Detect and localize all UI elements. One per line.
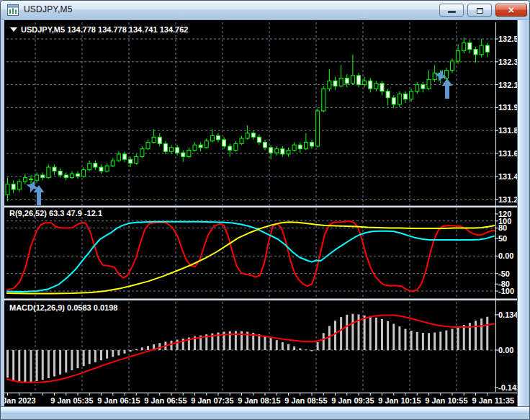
price-tick-label: 131.625 <box>498 149 517 158</box>
macd-panel <box>6 314 495 383</box>
candle-bear <box>421 85 425 89</box>
time-axis[interactable]: 9 Jan 20239 Jan 05:359 Jan 06:159 Jan 06… <box>4 393 514 405</box>
time-tick-label: 9 Jan 07:35 <box>191 396 233 405</box>
price-tick-label: 131.450 <box>498 172 517 181</box>
price-tick-label: 132.500 <box>498 35 517 43</box>
candle-bull <box>234 143 238 150</box>
time-tick-label: 9 Jan 11:35 <box>472 396 515 405</box>
candle-bull <box>17 182 21 189</box>
price-tick-label: 131.275 <box>498 195 517 204</box>
candle-bull <box>187 150 191 156</box>
oscillator-indicator-label: R(9,26,52) 63.3 47.9 -12.1 <box>9 209 102 218</box>
candle-bear <box>369 81 372 89</box>
osc-tick-label: -100 <box>498 287 514 295</box>
buy-arrow-markers <box>24 68 453 205</box>
candle-bull <box>275 149 279 153</box>
price-tick-label: 131.800 <box>498 126 517 135</box>
osc-tick-label: -50 <box>498 269 510 278</box>
candle-bear <box>333 81 337 86</box>
candle-bull <box>30 179 33 179</box>
candle-bull <box>246 133 249 138</box>
candle-bull <box>111 161 114 166</box>
candle-bear <box>223 140 226 146</box>
candle-bull <box>117 154 120 161</box>
candle-bull <box>152 137 156 142</box>
candle-bull <box>105 166 109 171</box>
candle-bull <box>82 170 86 177</box>
price-tick-label: 131.975 <box>498 103 517 112</box>
candle-bear <box>380 84 384 91</box>
candle-bull <box>410 91 413 99</box>
candle-bull <box>6 184 9 195</box>
candle-bear <box>199 145 202 148</box>
restore-button[interactable] <box>467 4 492 17</box>
symbol-dropdown-icon[interactable] <box>10 27 17 32</box>
candle-bull <box>193 145 197 150</box>
candle-bear <box>53 167 56 171</box>
price-tick-label: 132.150 <box>498 81 517 89</box>
candle-bull <box>351 76 354 84</box>
candle-bear <box>404 94 408 99</box>
candle-bull <box>316 111 320 146</box>
minimize-button[interactable] <box>439 4 464 17</box>
candle-bear <box>474 50 477 55</box>
time-tick-label: 9 Jan 10:15 <box>378 396 421 405</box>
restore-icon <box>477 8 483 14</box>
price-tick-label: 132.325 <box>498 58 517 66</box>
candle-bear <box>181 153 185 156</box>
chart-window-icon <box>7 4 19 16</box>
candle-bear <box>386 91 390 98</box>
close-button[interactable]: × <box>495 4 527 17</box>
osc-tick-label: 0.00 <box>498 251 513 260</box>
candle-bull <box>135 157 138 164</box>
candle-bull <box>451 61 454 71</box>
macd-tick-label: 0.1348 <box>498 310 517 319</box>
chart-area[interactable]: 132.500132.325132.150131.975131.800131.6… <box>4 20 517 406</box>
window-frame-right <box>517 20 530 420</box>
macd-tick-label: 0.00 <box>498 346 513 354</box>
time-tick-label: 9 Jan 06:15 <box>97 396 140 405</box>
time-tick-label: 9 Jan 06:55 <box>144 396 187 405</box>
window-frame-bottom <box>1 406 530 420</box>
candle-bear <box>298 145 302 148</box>
candle-bull <box>398 94 401 104</box>
candle-bear <box>158 137 161 143</box>
oscillator-scale-axis[interactable]: 12010080500.00-50-80-100 <box>495 210 514 295</box>
candle-bull <box>35 175 39 180</box>
minimize-icon <box>448 11 456 13</box>
window-titlebar[interactable]: USDJPY,M5 × <box>1 1 529 20</box>
candle-bear <box>269 148 273 153</box>
candle-bull <box>462 43 466 50</box>
candle-bull <box>210 135 214 140</box>
macd-signal-line <box>6 316 495 383</box>
buy-up-arrow-icon <box>442 79 453 99</box>
time-tick-label: 9 Jan 09:35 <box>331 396 374 405</box>
time-tick-label: 9 Jan 10:55 <box>425 396 467 405</box>
candle-bull <box>88 164 91 170</box>
window-controls: × <box>439 4 527 17</box>
panel-separator <box>4 299 517 301</box>
candle-bull <box>374 84 378 89</box>
candle-bear <box>485 45 489 52</box>
price-axis[interactable]: 132.500132.325132.150131.975131.800131.6… <box>495 35 517 204</box>
candle-bull <box>70 174 73 177</box>
candle-bear <box>217 135 220 139</box>
candle-bull <box>140 149 144 157</box>
panel-separator <box>4 206 517 208</box>
time-tick-label: 9 Jan 08:15 <box>238 396 280 405</box>
candle-bull <box>427 79 431 89</box>
candle-bull <box>363 81 367 84</box>
osc-tick-label: 80 <box>498 223 507 232</box>
close-icon: × <box>496 4 526 16</box>
candle-bear <box>99 167 103 171</box>
candle-bull <box>322 89 325 111</box>
macd-scale-axis[interactable]: 0.13480.00-0.1422 <box>495 310 517 392</box>
candle-bear <box>94 164 97 167</box>
candle-bear <box>76 174 80 177</box>
candle-bull <box>292 145 296 150</box>
candle-bear <box>468 43 472 49</box>
candle-bear <box>281 149 284 154</box>
candle-bull <box>47 167 50 178</box>
candle-bear <box>41 175 45 178</box>
candle-bull <box>287 150 290 153</box>
